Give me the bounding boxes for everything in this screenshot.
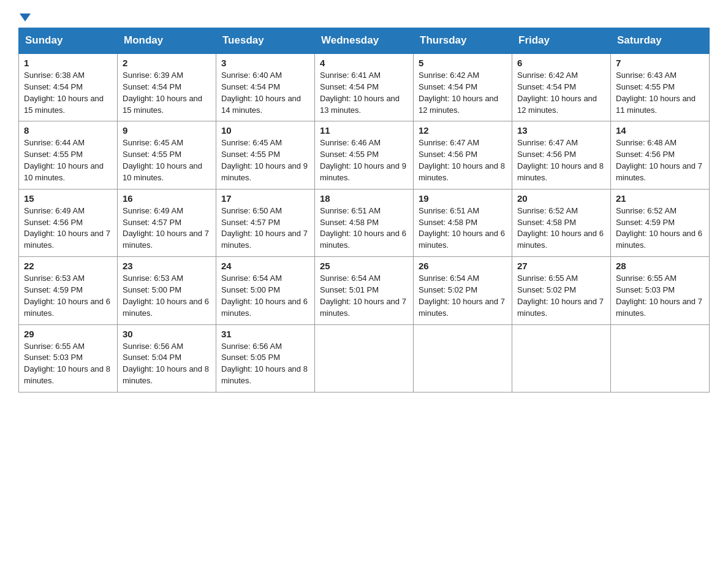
logo-triangle-icon: [20, 13, 31, 21]
calendar-cell: 29 Sunrise: 6:55 AMSunset: 5:03 PMDaylig…: [19, 324, 118, 392]
calendar-cell: 3 Sunrise: 6:40 AMSunset: 4:54 PMDayligh…: [216, 53, 315, 121]
calendar-cell: 15 Sunrise: 6:49 AMSunset: 4:56 PMDaylig…: [19, 189, 118, 256]
day-info: Sunrise: 6:54 AMSunset: 5:02 PMDaylight:…: [419, 274, 505, 318]
calendar-cell: 12 Sunrise: 6:47 AMSunset: 4:56 PMDaylig…: [414, 121, 512, 189]
day-info: Sunrise: 6:45 AMSunset: 4:55 PMDaylight:…: [123, 138, 202, 182]
day-info: Sunrise: 6:56 AMSunset: 5:04 PMDaylight:…: [123, 342, 209, 386]
calendar-cell: 7 Sunrise: 6:43 AMSunset: 4:55 PMDayligh…: [611, 53, 710, 121]
calendar-cell: 1 Sunrise: 6:38 AMSunset: 4:54 PMDayligh…: [19, 53, 118, 121]
day-info: Sunrise: 6:50 AMSunset: 4:57 PMDaylight:…: [221, 206, 308, 250]
day-info: Sunrise: 6:39 AMSunset: 4:54 PMDaylight:…: [123, 71, 202, 115]
calendar-cell: 8 Sunrise: 6:44 AMSunset: 4:55 PMDayligh…: [19, 121, 118, 189]
calendar-cell: 9 Sunrise: 6:45 AMSunset: 4:55 PMDayligh…: [118, 121, 216, 189]
day-number: 25: [320, 261, 408, 271]
calendar-cell: 26 Sunrise: 6:54 AMSunset: 5:02 PMDaylig…: [414, 257, 512, 324]
day-number: 29: [24, 329, 112, 339]
calendar-cell: 11 Sunrise: 6:46 AMSunset: 4:55 PMDaylig…: [315, 121, 414, 189]
calendar-cell: 17 Sunrise: 6:50 AMSunset: 4:57 PMDaylig…: [216, 189, 315, 256]
calendar-cell: 14 Sunrise: 6:48 AMSunset: 4:56 PMDaylig…: [611, 121, 710, 189]
day-info: Sunrise: 6:40 AMSunset: 4:54 PMDaylight:…: [221, 71, 301, 115]
calendar-cell: 19 Sunrise: 6:51 AMSunset: 4:58 PMDaylig…: [414, 189, 512, 256]
calendar-cell: [611, 324, 710, 392]
day-number: 13: [517, 125, 605, 136]
calendar-header-friday: Friday: [512, 28, 611, 54]
day-number: 20: [517, 193, 605, 204]
calendar-cell: [414, 324, 512, 392]
day-number: 16: [123, 193, 211, 204]
day-info: Sunrise: 6:47 AMSunset: 4:56 PMDaylight:…: [419, 138, 505, 182]
day-info: Sunrise: 6:53 AMSunset: 5:00 PMDaylight:…: [123, 274, 209, 318]
calendar-header-row: SundayMondayTuesdayWednesdayThursdayFrid…: [19, 28, 710, 54]
calendar-cell: [315, 324, 414, 392]
calendar-week-row: 22 Sunrise: 6:53 AMSunset: 4:59 PMDaylig…: [19, 257, 710, 324]
day-number: 18: [320, 193, 408, 204]
day-info: Sunrise: 6:53 AMSunset: 4:59 PMDaylight:…: [24, 274, 110, 318]
calendar-cell: 27 Sunrise: 6:55 AMSunset: 5:02 PMDaylig…: [512, 257, 611, 324]
day-number: 7: [616, 58, 704, 68]
day-number: 19: [419, 193, 507, 204]
calendar-table: SundayMondayTuesdayWednesdayThursdayFrid…: [18, 28, 710, 393]
calendar-cell: 13 Sunrise: 6:47 AMSunset: 4:56 PMDaylig…: [512, 121, 611, 189]
day-info: Sunrise: 6:42 AMSunset: 4:54 PMDaylight:…: [419, 71, 498, 115]
day-info: Sunrise: 6:48 AMSunset: 4:56 PMDaylight:…: [616, 138, 702, 182]
day-info: Sunrise: 6:43 AMSunset: 4:55 PMDaylight:…: [616, 71, 696, 115]
day-number: 17: [221, 193, 309, 204]
calendar-header-wednesday: Wednesday: [315, 28, 414, 54]
day-info: Sunrise: 6:49 AMSunset: 4:56 PMDaylight:…: [24, 206, 110, 250]
day-number: 23: [123, 261, 211, 271]
day-number: 2: [123, 58, 211, 68]
calendar-header-saturday: Saturday: [611, 28, 710, 54]
calendar-week-row: 29 Sunrise: 6:55 AMSunset: 5:03 PMDaylig…: [19, 324, 710, 392]
calendar-header-monday: Monday: [118, 28, 216, 54]
day-info: Sunrise: 6:52 AMSunset: 4:58 PMDaylight:…: [517, 206, 604, 250]
day-number: 3: [221, 58, 309, 68]
calendar-cell: 30 Sunrise: 6:56 AMSunset: 5:04 PMDaylig…: [118, 324, 216, 392]
calendar-cell: 23 Sunrise: 6:53 AMSunset: 5:00 PMDaylig…: [118, 257, 216, 324]
day-number: 11: [320, 125, 408, 136]
calendar-week-row: 1 Sunrise: 6:38 AMSunset: 4:54 PMDayligh…: [19, 53, 710, 121]
calendar-cell: 20 Sunrise: 6:52 AMSunset: 4:58 PMDaylig…: [512, 189, 611, 256]
day-info: Sunrise: 6:54 AMSunset: 5:00 PMDaylight:…: [221, 274, 308, 318]
calendar-cell: 25 Sunrise: 6:54 AMSunset: 5:01 PMDaylig…: [315, 257, 414, 324]
calendar-cell: 5 Sunrise: 6:42 AMSunset: 4:54 PMDayligh…: [414, 53, 512, 121]
calendar-cell: 16 Sunrise: 6:49 AMSunset: 4:57 PMDaylig…: [118, 189, 216, 256]
calendar-cell: 31 Sunrise: 6:56 AMSunset: 5:05 PMDaylig…: [216, 324, 315, 392]
logo: [18, 12, 31, 18]
day-info: Sunrise: 6:46 AMSunset: 4:55 PMDaylight:…: [320, 138, 406, 182]
day-number: 31: [221, 329, 309, 339]
day-number: 1: [24, 58, 112, 68]
day-number: 5: [419, 58, 507, 68]
day-info: Sunrise: 6:38 AMSunset: 4:54 PMDaylight:…: [24, 71, 104, 115]
day-number: 24: [221, 261, 309, 271]
day-info: Sunrise: 6:55 AMSunset: 5:03 PMDaylight:…: [616, 274, 702, 318]
calendar-header-thursday: Thursday: [414, 28, 512, 54]
calendar-cell: 2 Sunrise: 6:39 AMSunset: 4:54 PMDayligh…: [118, 53, 216, 121]
calendar-cell: 24 Sunrise: 6:54 AMSunset: 5:00 PMDaylig…: [216, 257, 315, 324]
day-info: Sunrise: 6:51 AMSunset: 4:58 PMDaylight:…: [320, 206, 406, 250]
day-info: Sunrise: 6:56 AMSunset: 5:05 PMDaylight:…: [221, 342, 308, 386]
day-info: Sunrise: 6:54 AMSunset: 5:01 PMDaylight:…: [320, 274, 406, 318]
day-info: Sunrise: 6:52 AMSunset: 4:59 PMDaylight:…: [616, 206, 702, 250]
day-info: Sunrise: 6:41 AMSunset: 4:54 PMDaylight:…: [320, 71, 400, 115]
calendar-cell: 28 Sunrise: 6:55 AMSunset: 5:03 PMDaylig…: [611, 257, 710, 324]
day-info: Sunrise: 6:44 AMSunset: 4:55 PMDaylight:…: [24, 138, 104, 182]
day-number: 15: [24, 193, 112, 204]
day-number: 6: [517, 58, 605, 68]
day-info: Sunrise: 6:49 AMSunset: 4:57 PMDaylight:…: [123, 206, 209, 250]
day-number: 27: [517, 261, 605, 271]
day-info: Sunrise: 6:42 AMSunset: 4:54 PMDaylight:…: [517, 71, 597, 115]
calendar-header-tuesday: Tuesday: [216, 28, 315, 54]
calendar-week-row: 8 Sunrise: 6:44 AMSunset: 4:55 PMDayligh…: [19, 121, 710, 189]
calendar-cell: 22 Sunrise: 6:53 AMSunset: 4:59 PMDaylig…: [19, 257, 118, 324]
day-info: Sunrise: 6:47 AMSunset: 4:56 PMDaylight:…: [517, 138, 604, 182]
day-number: 12: [419, 125, 507, 136]
calendar-cell: [512, 324, 611, 392]
day-info: Sunrise: 6:55 AMSunset: 5:02 PMDaylight:…: [517, 274, 604, 318]
day-info: Sunrise: 6:55 AMSunset: 5:03 PMDaylight:…: [24, 342, 110, 386]
day-number: 8: [24, 125, 112, 136]
calendar-cell: 18 Sunrise: 6:51 AMSunset: 4:58 PMDaylig…: [315, 189, 414, 256]
page-header: [18, 12, 710, 18]
day-info: Sunrise: 6:45 AMSunset: 4:55 PMDaylight:…: [221, 138, 308, 182]
day-number: 26: [419, 261, 507, 271]
calendar-cell: 10 Sunrise: 6:45 AMSunset: 4:55 PMDaylig…: [216, 121, 315, 189]
